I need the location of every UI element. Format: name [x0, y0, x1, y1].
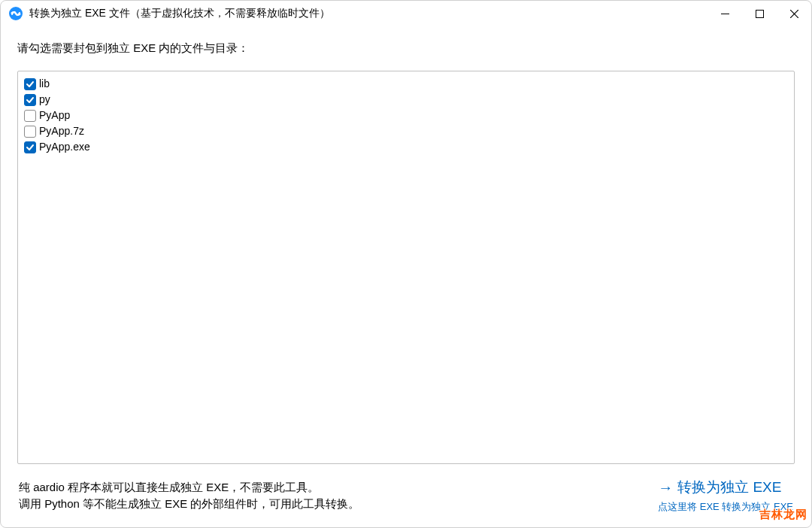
close-button[interactable]: [777, 1, 811, 26]
file-item[interactable]: PyApp.7z: [21, 123, 791, 139]
maximize-button[interactable]: [742, 1, 777, 26]
checkbox[interactable]: [24, 78, 36, 90]
watermark: 吉林龙网: [759, 508, 807, 522]
checkbox[interactable]: [24, 141, 36, 153]
convert-title-row: → 转换为独立 EXE: [658, 478, 793, 497]
footer-note: 纯 aardio 程序本就可以直接生成独立 EXE，不需要此工具。 调用 Pyt…: [19, 479, 359, 513]
titlebar: 转换为独立 EXE 文件（基于虚拟化技术，不需要释放临时文件）: [1, 1, 811, 26]
app-icon: [8, 6, 23, 21]
convert-title: 转换为独立 EXE: [677, 478, 781, 497]
arrow-right-icon: →: [658, 480, 673, 495]
window-controls: [707, 1, 811, 26]
window-title: 转换为独立 EXE 文件（基于虚拟化技术，不需要释放临时文件）: [29, 7, 707, 20]
svg-rect-2: [756, 10, 763, 17]
app-window: 转换为独立 EXE 文件（基于虚拟化技术，不需要释放临时文件） 请勾选需要封包到…: [0, 0, 812, 528]
checkbox[interactable]: [24, 126, 36, 138]
content-area: 请勾选需要封包到独立 EXE 内的文件与目录： libpyPyAppPyApp.…: [1, 26, 811, 527]
file-item[interactable]: PyApp: [21, 108, 791, 123]
footer: 纯 aardio 程序本就可以直接生成独立 EXE，不需要此工具。 调用 Pyt…: [17, 464, 795, 518]
footer-line-2: 调用 Python 等不能生成独立 EXE 的外部组件时，可用此工具转换。: [19, 496, 359, 513]
checkbox[interactable]: [24, 94, 36, 106]
file-item[interactable]: PyApp.exe: [21, 139, 791, 155]
checkbox[interactable]: [24, 110, 36, 122]
file-list[interactable]: libpyPyAppPyApp.7zPyApp.exe: [17, 71, 795, 464]
minimize-button[interactable]: [707, 1, 742, 26]
instruction-label: 请勾选需要封包到独立 EXE 内的文件与目录：: [17, 41, 795, 56]
file-label: PyApp.7z: [39, 123, 84, 139]
file-label: lib: [39, 76, 50, 92]
file-label: PyApp.exe: [39, 139, 90, 155]
file-label: py: [39, 92, 50, 108]
file-item[interactable]: py: [21, 92, 791, 108]
file-label: PyApp: [39, 108, 70, 123]
footer-line-1: 纯 aardio 程序本就可以直接生成独立 EXE，不需要此工具。: [19, 479, 359, 496]
file-item[interactable]: lib: [21, 76, 791, 92]
